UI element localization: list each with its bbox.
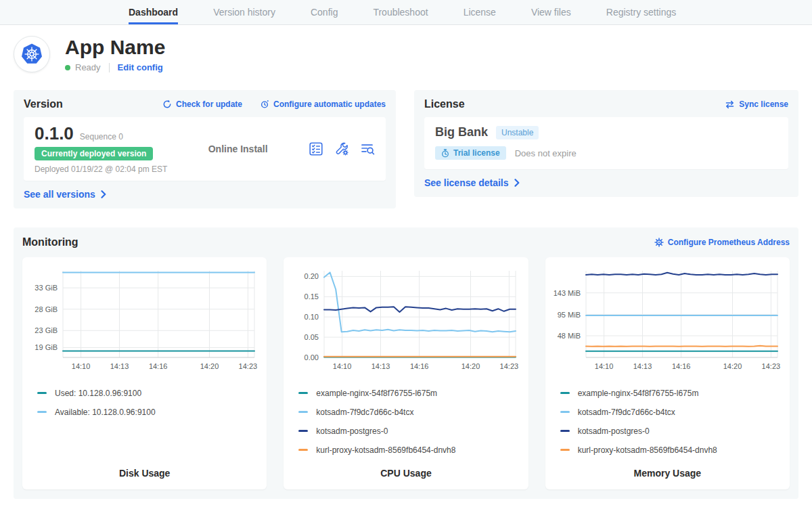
legend-color-swatch — [298, 430, 308, 432]
app-title-block: App Name Ready Edit config — [65, 36, 165, 72]
deployed-badge: Currently deployed version — [35, 147, 153, 160]
divider — [109, 63, 110, 72]
svg-text:14:16: 14:16 — [410, 362, 429, 370]
svg-text:14:13: 14:13 — [110, 362, 129, 370]
svg-text:14:16: 14:16 — [149, 362, 168, 370]
logs-search-icon — [360, 141, 375, 156]
sync-license-button[interactable]: Sync license — [725, 100, 788, 110]
cpu-usage-panel: 0.000.050.100.150.2014:1014:1314:1614:20… — [284, 257, 528, 489]
legend-item: kotsadm-7f9dc7d66c-b4tcx — [298, 406, 521, 418]
status-row: Ready Edit config — [65, 62, 165, 72]
svg-text:0.10: 0.10 — [304, 313, 319, 321]
license-card: License Sync license Big — [414, 90, 798, 197]
cpu-usage-chart: 0.000.050.100.150.2014:1014:1314:1614:20… — [290, 265, 520, 374]
legend-color-swatch — [298, 449, 308, 451]
legend-item: Available: 10.128.0.96:9100 — [37, 406, 260, 418]
svg-text:143 MiB: 143 MiB — [553, 288, 580, 297]
checklist-icon — [309, 141, 323, 156]
check-for-update-button[interactable]: Check for update — [162, 100, 242, 109]
configure-automatic-updates-button[interactable]: Configure automatic updates — [260, 100, 386, 109]
monitoring-section: Monitoring Configure Prometheus Address — [14, 227, 798, 499]
deploy-logs-button[interactable] — [360, 141, 375, 156]
disk-usage-chart: 19 GiB23 GiB28 GiB33 GiB14:1014:1314:161… — [29, 265, 259, 374]
svg-text:0.20: 0.20 — [304, 272, 319, 280]
deployed-timestamp: Deployed 01/19/22 @ 02:04 pm EST — [35, 164, 167, 174]
license-type-label: Trial license — [453, 148, 500, 158]
tab-dashboard[interactable]: Dashboard — [129, 0, 178, 24]
release-notes-button[interactable] — [309, 141, 323, 156]
configure-automatic-updates-label: Configure automatic updates — [273, 100, 386, 109]
stopwatch-icon — [441, 149, 449, 158]
sync-icon — [725, 100, 735, 110]
tab-registry-settings[interactable]: Registry settings — [606, 0, 676, 24]
configure-prometheus-button[interactable]: Configure Prometheus Address — [654, 238, 790, 247]
top-nav: DashboardVersion historyConfigTroublesho… — [0, 0, 812, 25]
license-card-head: License Sync license — [424, 98, 788, 110]
kubernetes-logo-icon — [18, 41, 45, 68]
license-panel: Big Bank Unstable Trial license — [424, 117, 788, 169]
current-version-panel: 0.1.0 Sequence 0 Currently deployed vers… — [24, 117, 386, 181]
memory-usage-chart: 48 MiB95 MiB143 MiB14:1014:1314:1614:201… — [552, 265, 782, 374]
memory-usage-title: Memory Usage — [552, 468, 783, 479]
monitoring-head: Monitoring Configure Prometheus Address — [22, 236, 790, 248]
tab-config[interactable]: Config — [311, 0, 338, 24]
install-type-label: Online Install — [208, 144, 268, 154]
legend-label: Available: 10.128.0.96:9100 — [55, 408, 156, 417]
legend-label: example-nginx-54f8f76755-l675m — [578, 389, 699, 398]
svg-text:14:23: 14:23 — [500, 362, 519, 370]
customer-name: Big Bank — [435, 125, 488, 139]
memory-usage-panel: 48 MiB95 MiB143 MiB14:1014:1314:1614:201… — [545, 257, 790, 489]
legend-color-swatch — [560, 430, 570, 432]
charts-row: 19 GiB23 GiB28 GiB33 GiB14:1014:1314:161… — [22, 257, 790, 489]
legend-label: kotsadm-postgres-0 — [578, 426, 650, 436]
svg-text:14:23: 14:23 — [761, 362, 780, 370]
svg-text:14:16: 14:16 — [672, 362, 691, 370]
sequence-label: Sequence 0 — [80, 132, 123, 141]
version-actions — [309, 141, 375, 156]
version-card-head: Version Check for update — [24, 98, 386, 110]
tab-troubleshoot[interactable]: Troubleshoot — [373, 0, 428, 24]
page-title: App Name — [65, 36, 165, 58]
see-license-details-link[interactable]: See license details — [424, 177, 520, 188]
legend-color-swatch — [560, 449, 570, 451]
configure-prometheus-label: Configure Prometheus Address — [668, 238, 790, 247]
svg-text:23 GiB: 23 GiB — [35, 326, 58, 334]
legend-color-swatch — [37, 392, 47, 394]
svg-text:0.15: 0.15 — [304, 292, 319, 301]
see-all-versions-label: See all versions — [24, 189, 95, 200]
cards-row: Version Check for update — [14, 90, 798, 208]
monitoring-title: Monitoring — [22, 236, 78, 248]
see-all-versions-link[interactable]: See all versions — [24, 189, 106, 200]
license-type-badge: Trial license — [435, 146, 506, 160]
check-for-update-label: Check for update — [176, 100, 242, 109]
svg-text:14:20: 14:20 — [461, 362, 480, 370]
tab-version-history[interactable]: Version history — [213, 0, 275, 24]
chevron-right-icon — [514, 179, 520, 187]
tab-view-files[interactable]: View files — [531, 0, 571, 24]
edit-config-link[interactable]: Edit config — [118, 62, 163, 72]
svg-text:28 GiB: 28 GiB — [35, 305, 58, 313]
legend-label: Used: 10.128.0.96:9100 — [55, 389, 141, 398]
legend-label: kurl-proxy-kotsadm-8569fb6454-dnvh8 — [578, 445, 717, 455]
license-card-title: License — [424, 98, 465, 110]
config-tools-button[interactable] — [334, 141, 349, 156]
legend-item: kotsadm-7f9dc7d66c-b4tcx — [560, 406, 783, 418]
version-info: 0.1.0 Sequence 0 Currently deployed vers… — [35, 124, 167, 174]
license-expiry: Does not expire — [515, 148, 577, 158]
memory-usage-legend: example-nginx-54f8f76755-l675mkotsadm-7f… — [552, 387, 783, 456]
legend-color-swatch — [560, 411, 570, 413]
see-license-details-label: See license details — [424, 177, 509, 188]
cpu-usage-title: CPU Usage — [290, 468, 521, 479]
app-logo — [14, 36, 50, 72]
disk-usage-title: Disk Usage — [29, 468, 260, 479]
svg-text:14:10: 14:10 — [72, 362, 91, 370]
version-number: 0.1.0 — [35, 124, 74, 144]
legend-item: kurl-proxy-kotsadm-8569fb6454-dnvh8 — [560, 444, 783, 456]
legend-color-swatch — [298, 392, 308, 394]
tab-license[interactable]: License — [464, 0, 496, 24]
nav-tabs: DashboardVersion historyConfigTroublesho… — [129, 0, 711, 24]
channel-badge: Unstable — [496, 126, 539, 139]
legend-item: example-nginx-54f8f76755-l675m — [298, 387, 521, 399]
legend-item: kotsadm-postgres-0 — [560, 425, 783, 437]
app-header: App Name Ready Edit config — [14, 36, 798, 72]
